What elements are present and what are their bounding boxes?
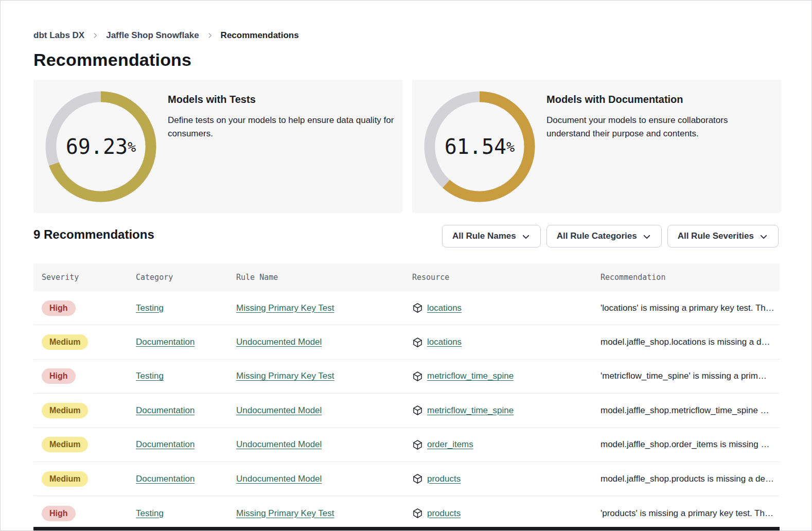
rule-name-link[interactable]: Undocumented Model: [236, 405, 322, 416]
filter-label: All Rule Severities: [678, 231, 754, 241]
breadcrumb-item-dbt-labs-dx[interactable]: dbt Labs DX: [33, 30, 84, 41]
rule-name-link[interactable]: Missing Primary Key Test: [236, 508, 334, 519]
table-row: Medium Documentation Undocumented Model …: [33, 462, 780, 496]
filter-label: All Rule Names: [452, 231, 516, 241]
recommendation-text: model.jaffle_shop.order_items is missing…: [601, 439, 780, 450]
docs-donut-chart: 61.54%: [423, 91, 536, 203]
rule-name-link[interactable]: Undocumented Model: [236, 474, 322, 484]
column-header-rule-name: Rule Name: [236, 273, 412, 282]
percent-sign: %: [128, 139, 136, 155]
resource-link[interactable]: products: [427, 508, 461, 519]
severity-badge: Medium: [42, 403, 88, 418]
recommendations-count-header: 9 Recommendations: [33, 227, 154, 242]
tests-percent-value: 69.23: [66, 135, 128, 158]
recommendation-text: 'metricflow_time_spine' is missing a pri…: [601, 371, 780, 381]
model-cube-icon: [412, 371, 423, 382]
page-title: Recommendations: [33, 50, 191, 70]
column-header-category: Category: [136, 273, 236, 282]
filter-label: All Rule Categories: [557, 231, 637, 241]
resource-link[interactable]: products: [427, 474, 461, 484]
column-header-recommendation: Recommendation: [601, 273, 780, 282]
docs-percent-value: 61.54: [445, 135, 506, 158]
category-link[interactable]: Documentation: [136, 405, 195, 416]
category-link[interactable]: Testing: [136, 508, 164, 519]
model-cube-icon: [412, 303, 423, 313]
recommendations-table: Severity Category Rule Name Resource Rec…: [33, 263, 780, 530]
severity-badge: Medium: [42, 334, 88, 350]
category-link[interactable]: Testing: [136, 371, 164, 381]
table-header-row: Severity Category Rule Name Resource Rec…: [33, 263, 780, 291]
severity-badge: Medium: [42, 437, 88, 452]
chevron-right-icon: [206, 32, 214, 39]
resource-link[interactable]: locations: [427, 303, 462, 313]
severity-badge: High: [42, 506, 76, 521]
model-cube-icon: [412, 337, 423, 348]
percent-sign: %: [506, 139, 515, 155]
table-row: Medium Documentation Undocumented Model …: [33, 428, 780, 462]
table-row: High Testing Missing Primary Key Test lo…: [33, 291, 780, 325]
resource-link[interactable]: locations: [427, 337, 462, 347]
recommendation-text: model.jaffle_shop.locations is missing a…: [601, 337, 780, 347]
table-row: High Testing Missing Primary Key Test me…: [33, 360, 780, 394]
column-header-severity: Severity: [42, 273, 136, 282]
models-with-documentation-card: 61.54% Models with Documentation Documen…: [412, 80, 781, 213]
tests-donut-chart: 69.23%: [45, 91, 157, 203]
card-description: Define tests on your models to help ensu…: [168, 114, 402, 141]
severity-badge: Medium: [42, 471, 88, 487]
models-with-tests-card: 69.23% Models with Tests Define tests on…: [33, 80, 402, 213]
recommendation-text: model.jaffle_shop.metricflow_time_spine …: [601, 405, 780, 416]
rule-name-link[interactable]: Missing Primary Key Test: [236, 303, 334, 313]
category-link[interactable]: Testing: [136, 303, 164, 313]
rule-categories-filter-dropdown[interactable]: All Rule Categories: [546, 225, 662, 247]
table-row: High Testing Missing Primary Key Test pr…: [33, 496, 780, 530]
breadcrumb-item-recommendations: Recommendations: [221, 30, 299, 41]
recommendations-page: dbt Labs DX Jaffle Shop Snowflake Recomm…: [0, 0, 812, 531]
model-cube-icon: [412, 439, 423, 450]
chevron-right-icon: [92, 32, 99, 39]
breadcrumb-item-jaffle-shop-snowflake[interactable]: Jaffle Shop Snowflake: [106, 30, 199, 41]
recommendation-text: 'locations' is missing a primary key tes…: [601, 303, 780, 313]
model-cube-icon: [412, 508, 423, 519]
rule-severities-filter-dropdown[interactable]: All Rule Severities: [667, 225, 779, 247]
recommendation-text: model.jaffle_shop.products is missing a …: [601, 474, 780, 484]
breadcrumb: dbt Labs DX Jaffle Shop Snowflake Recomm…: [33, 30, 299, 41]
chevron-down-icon: [642, 232, 651, 241]
recommendation-text: 'products' is missing a primary key test…: [601, 508, 780, 519]
category-link[interactable]: Documentation: [136, 337, 195, 347]
partially-visible-bottom-bar: [33, 527, 780, 530]
category-link[interactable]: Documentation: [136, 474, 195, 484]
model-cube-icon: [412, 405, 423, 416]
chevron-down-icon: [521, 232, 531, 241]
table-row: Medium Documentation Undocumented Model …: [33, 325, 780, 359]
card-title: Models with Documentation: [546, 94, 763, 105]
resource-link[interactable]: order_items: [427, 439, 473, 450]
filter-bar: All Rule Names All Rule Categories All R…: [442, 225, 779, 247]
rule-name-link[interactable]: Undocumented Model: [236, 439, 322, 450]
table-row: Medium Documentation Undocumented Model …: [33, 394, 780, 428]
card-description: Document your models to ensure collabora…: [546, 114, 763, 141]
column-header-resource: Resource: [412, 273, 601, 282]
model-cube-icon: [412, 473, 423, 484]
resource-link[interactable]: metricflow_time_spine: [427, 405, 514, 416]
severity-badge: High: [42, 300, 76, 316]
resource-link[interactable]: metricflow_time_spine: [427, 371, 514, 381]
category-link[interactable]: Documentation: [136, 439, 195, 450]
rule-names-filter-dropdown[interactable]: All Rule Names: [442, 225, 541, 247]
chevron-down-icon: [759, 232, 768, 241]
severity-badge: High: [42, 368, 76, 384]
card-title: Models with Tests: [168, 94, 402, 105]
rule-name-link[interactable]: Missing Primary Key Test: [236, 371, 334, 381]
rule-name-link[interactable]: Undocumented Model: [236, 337, 322, 347]
